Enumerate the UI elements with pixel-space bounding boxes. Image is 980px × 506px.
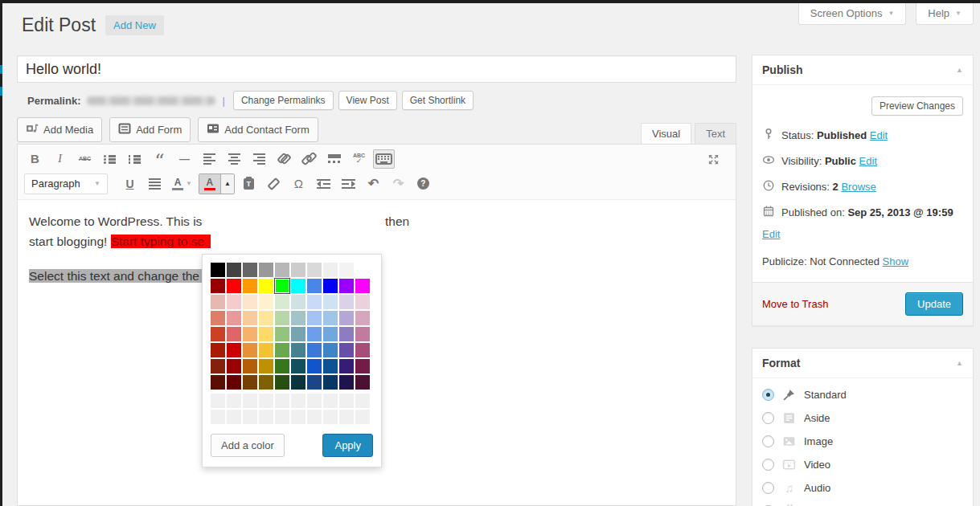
color-swatch-660000[interactable] bbox=[227, 375, 241, 390]
color-swatch-a64d79[interactable] bbox=[355, 343, 370, 357]
color-swatch-3d85c6[interactable] bbox=[323, 343, 338, 357]
indent-button[interactable] bbox=[338, 174, 359, 194]
add-a-color-button[interactable]: Add a color bbox=[211, 434, 285, 457]
color-swatch-20124d[interactable] bbox=[339, 375, 354, 390]
color-swatch-93c47d[interactable] bbox=[275, 327, 289, 341]
help-button[interactable]: ? bbox=[412, 174, 434, 194]
color-swatch-ff0000[interactable] bbox=[227, 279, 241, 293]
color-swatch-cfe2f3[interactable] bbox=[323, 295, 338, 309]
color-swatch-fff2cc[interactable] bbox=[259, 295, 273, 309]
get-shortlink-button[interactable]: Get Shortlink bbox=[402, 91, 474, 110]
empty-color-slot[interactable] bbox=[307, 410, 322, 424]
empty-color-slot[interactable] bbox=[355, 394, 370, 408]
color-swatch-ea9999[interactable] bbox=[227, 311, 241, 325]
color-swatch-5b0f00[interactable] bbox=[211, 375, 225, 390]
color-swatch-741b47[interactable] bbox=[355, 359, 370, 373]
format-option-aside[interactable]: Aside bbox=[762, 411, 963, 425]
collapse-icon[interactable]: ▲ bbox=[956, 359, 963, 367]
color-swatch-134f5c[interactable] bbox=[291, 359, 305, 373]
format-option-image[interactable]: Image bbox=[762, 435, 963, 448]
link-button[interactable] bbox=[273, 149, 295, 169]
format-panel-header[interactable]: Format ▲ bbox=[752, 349, 973, 378]
color-swatch-0b5394[interactable] bbox=[323, 359, 338, 373]
color-swatch-d5a6bd[interactable] bbox=[355, 311, 370, 325]
color-swatch-674ea7[interactable] bbox=[339, 343, 354, 357]
color-swatch-a61c00[interactable] bbox=[211, 343, 225, 357]
justify-button[interactable] bbox=[144, 174, 166, 194]
empty-color-slot[interactable] bbox=[275, 394, 289, 408]
color-swatch-f6b26b[interactable] bbox=[243, 327, 257, 341]
browse-link[interactable]: Browse bbox=[841, 181, 875, 193]
empty-color-slot[interactable] bbox=[291, 394, 305, 408]
color-swatch-0000ff[interactable] bbox=[323, 279, 338, 293]
tab-visual[interactable]: Visual bbox=[641, 123, 691, 145]
color-swatch-999999[interactable] bbox=[259, 263, 273, 277]
edit-link[interactable]: Edit bbox=[870, 129, 888, 141]
empty-color-slot[interactable] bbox=[307, 394, 322, 408]
redo-button[interactable]: ↷ bbox=[387, 174, 409, 194]
color-swatch-38761d[interactable] bbox=[275, 359, 289, 373]
view-post-button[interactable]: View Post bbox=[338, 91, 397, 110]
color-swatch-00ffff[interactable] bbox=[291, 279, 305, 293]
show-link[interactable]: Show bbox=[883, 255, 909, 267]
update-button[interactable]: Update bbox=[905, 292, 963, 316]
radio-aside[interactable] bbox=[762, 412, 774, 424]
color-swatch-b6d7a8[interactable] bbox=[275, 311, 289, 325]
paragraph-format-dropdown[interactable]: Paragraph ▼ bbox=[24, 173, 108, 194]
empty-color-slot[interactable] bbox=[227, 394, 241, 408]
empty-color-slot[interactable] bbox=[243, 410, 257, 424]
edit-link[interactable]: Edit bbox=[762, 228, 780, 240]
color-swatch-ff00ff[interactable] bbox=[355, 279, 370, 293]
color-swatch-f4cccc[interactable] bbox=[227, 295, 241, 309]
color-swatch-0c343d[interactable] bbox=[291, 375, 305, 390]
color-swatch-f3f3f3[interactable] bbox=[339, 263, 354, 277]
color-swatch-00ff00[interactable] bbox=[275, 279, 289, 293]
empty-color-slot[interactable] bbox=[339, 410, 354, 424]
publish-panel-header[interactable]: Publish ▲ bbox=[752, 55, 973, 85]
add-new-button[interactable]: Add New bbox=[105, 15, 164, 35]
help-toggle[interactable]: Help ▼ bbox=[916, 3, 974, 25]
color-swatch-073763[interactable] bbox=[323, 375, 338, 390]
color-swatch-d9d2e9[interactable] bbox=[339, 295, 354, 309]
color-swatch-c9daf8[interactable] bbox=[307, 295, 322, 309]
collapsed-admin-menu[interactable] bbox=[0, 0, 2, 506]
color-swatch-ffff00[interactable] bbox=[259, 279, 273, 293]
color-swatch-cccccc[interactable] bbox=[291, 263, 305, 277]
more-tag-button[interactable] bbox=[323, 149, 345, 169]
color-swatch-ff9900[interactable] bbox=[243, 279, 257, 293]
bold-button[interactable]: B bbox=[24, 149, 46, 169]
format-option-audio[interactable]: ♫Audio bbox=[762, 481, 963, 495]
remove-formatting-button[interactable] bbox=[263, 174, 285, 194]
empty-color-slot[interactable] bbox=[339, 394, 354, 408]
italic-button[interactable]: I bbox=[49, 149, 71, 169]
color-swatch-e06666[interactable] bbox=[227, 327, 241, 341]
color-swatch-c27ba0[interactable] bbox=[355, 327, 370, 341]
color-swatch-274e13[interactable] bbox=[275, 375, 289, 390]
change-permalinks-button[interactable]: Change Permalinks bbox=[233, 91, 334, 110]
empty-color-slot[interactable] bbox=[291, 410, 305, 424]
color-swatch-351c75[interactable] bbox=[339, 359, 354, 373]
color-swatch-bf9000[interactable] bbox=[259, 359, 273, 373]
color-swatch-ffffff[interactable] bbox=[355, 263, 370, 277]
color-swatch-980000[interactable] bbox=[211, 279, 225, 293]
color-swatch-cc4125[interactable] bbox=[211, 327, 225, 341]
move-to-trash-link[interactable]: Move to Trash bbox=[762, 298, 828, 310]
text-color-button[interactable]: A ▼ bbox=[169, 174, 195, 194]
color-swatch-1c4587[interactable] bbox=[307, 375, 322, 390]
tab-text[interactable]: Text bbox=[695, 123, 736, 145]
color-swatch-000000[interactable] bbox=[211, 263, 225, 277]
empty-color-slot[interactable] bbox=[211, 410, 225, 424]
preview-changes-button[interactable]: Preview Changes bbox=[871, 96, 963, 116]
color-swatch-45818e[interactable] bbox=[291, 343, 305, 357]
color-swatch-9fc5e8[interactable] bbox=[323, 311, 338, 325]
color-swatch-9900ff[interactable] bbox=[339, 279, 354, 293]
empty-color-slot[interactable] bbox=[259, 410, 273, 424]
spellcheck-button[interactable]: ABC✓ bbox=[348, 149, 370, 169]
align-left-button[interactable] bbox=[199, 149, 220, 169]
color-swatch-3c78d8[interactable] bbox=[307, 343, 322, 357]
radio-video[interactable] bbox=[762, 459, 774, 471]
align-center-button[interactable] bbox=[223, 149, 245, 169]
color-swatch-85200c[interactable] bbox=[211, 359, 225, 373]
color-swatch-e69138[interactable] bbox=[243, 343, 257, 357]
edit-link[interactable]: Edit bbox=[859, 155, 877, 167]
